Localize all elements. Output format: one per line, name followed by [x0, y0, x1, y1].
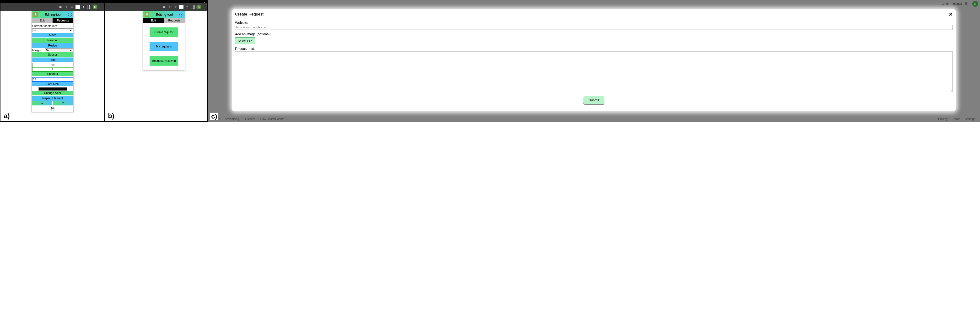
spacer-button[interactable]: Spacer — [32, 52, 73, 57]
resize-button[interactable]: Resize — [32, 43, 73, 48]
apps-grid-icon[interactable] — [965, 2, 969, 6]
figure-label-a: a) — [3, 112, 11, 120]
extension-logo: S — [33, 12, 38, 17]
extension-tabs: Edit Requests — [143, 18, 185, 23]
fontsize-input[interactable] — [32, 77, 73, 82]
figure-label-b: b) — [107, 112, 115, 120]
footer-settings[interactable]: Settings — [965, 117, 975, 121]
images-link[interactable]: Images — [953, 2, 962, 5]
puzzle-icon[interactable]: ✦ — [81, 5, 86, 9]
target-icon: ⦿ — [62, 102, 64, 105]
footer-privacy[interactable]: Privacy — [938, 117, 948, 121]
extension-title: Editing-tool — [152, 13, 177, 16]
chrome-top-strip: ⌄ — [105, 0, 207, 3]
margin-label: Margin: — [32, 49, 44, 52]
website-input[interactable] — [235, 25, 953, 30]
tab-edit[interactable]: Edit — [32, 18, 52, 23]
translate-icon[interactable]: ⇄ — [58, 5, 63, 9]
my-requests-button[interactable]: My requests — [150, 42, 178, 51]
profile-avatar[interactable]: S — [93, 5, 97, 9]
move-button[interactable]: Move — [32, 33, 73, 38]
shortcut-button[interactable]: Shortcut — [32, 71, 73, 76]
google-footer: About Advertising Business How Search wo… — [208, 117, 980, 121]
extension-header: S Editing-tool i — [143, 11, 185, 18]
create-request-button[interactable]: Create request — [150, 27, 178, 37]
website-label: Website: — [235, 21, 953, 25]
share-icon[interactable]: ⇪ — [168, 5, 172, 9]
page-viewport: S Editing-tool i Edit Requests Create re… — [105, 11, 207, 121]
tab-requests[interactable]: Requests — [164, 18, 185, 23]
translate-icon[interactable]: ⇄ — [162, 5, 166, 9]
reorder-button[interactable]: Reorder — [32, 38, 73, 43]
create-request-modal: Create Request ✕ Website: Add an image (… — [232, 9, 956, 111]
select-file-button[interactable]: Select File — [235, 38, 255, 44]
requests-received-button[interactable]: Requests received — [150, 56, 178, 66]
tab-requests[interactable]: Requests — [52, 18, 73, 23]
tab-edit[interactable]: Edit — [143, 18, 164, 23]
hide-button[interactable]: Hide — [32, 57, 73, 62]
footer-business[interactable]: Business — [244, 117, 256, 121]
extension-box-icon[interactable] — [75, 5, 80, 9]
request-text-label: Request text: — [235, 47, 953, 51]
footer-advertising[interactable]: Advertising — [225, 117, 239, 121]
current-adaptation-select[interactable]: --- — [32, 28, 73, 32]
sidepanel-icon[interactable] — [191, 5, 195, 9]
close-icon[interactable]: ✕ — [949, 11, 953, 17]
undo-button[interactable]: ↩ — [32, 101, 52, 106]
fontsize-button[interactable]: Font-Size — [32, 82, 73, 86]
extension-logo: S — [145, 12, 149, 17]
undo-icon: ↩ — [41, 102, 43, 105]
chevron-down-icon: ⌄ — [100, 0, 102, 3]
browser-toolbar: ⇄ ⇪ ☆ ✦ S ⋮ — [0, 3, 104, 11]
share-icon[interactable]: ⇪ — [64, 5, 68, 9]
sidepanel-icon[interactable] — [87, 5, 91, 9]
requests-body: Create request My requests Requests rece… — [143, 23, 185, 70]
target-button[interactable]: ⦿ — [53, 101, 73, 106]
chevron-down-icon: ⌄ — [204, 0, 206, 3]
puzzle-icon[interactable]: ✦ — [185, 5, 189, 9]
extension-title: Editing-tool — [40, 13, 66, 16]
chrome-top-strip: ⌄ — [0, 0, 104, 3]
margin-select[interactable]: Top — [45, 48, 73, 52]
footer-how-search-works[interactable]: How Search works — [260, 117, 284, 121]
info-icon[interactable]: i — [180, 13, 183, 16]
add-image-label: Add an image (optional): — [235, 32, 953, 36]
info-icon[interactable]: i — [68, 13, 72, 16]
extension-panel: S Editing-tool i Edit Requests Create re… — [143, 11, 185, 70]
submit-button[interactable]: Submit — [584, 97, 605, 104]
gmail-link[interactable]: Gmail — [942, 2, 949, 5]
text-input[interactable] — [32, 63, 73, 67]
figure-c: Gmail Images S Create Request ✕ Website:… — [208, 0, 980, 122]
profile-avatar[interactable]: S — [196, 5, 201, 9]
extension-body: Current Adaptation: --- Move Reorder Res… — [32, 23, 73, 112]
color-swatch[interactable] — [38, 87, 67, 91]
browser-toolbar: ⇄ ⇪ ☆ ✦ S ⋮ — [105, 3, 207, 11]
current-adaptation-label: Current Adaptation: — [32, 24, 57, 28]
modal-title: Create Request — [235, 12, 264, 17]
kebab-menu-icon[interactable]: ⋮ — [99, 5, 102, 9]
extension-header: S Editing-tool i — [32, 11, 73, 18]
star-icon[interactable]: ☆ — [70, 5, 74, 9]
page-viewport: S Editing-tool i Edit Requests Current A… — [0, 11, 104, 121]
extension-box-icon[interactable] — [179, 5, 183, 9]
footer-terms[interactable]: Terms — [952, 117, 960, 121]
google-topbar: Gmail Images S — [942, 1, 978, 7]
save-icon[interactable]: 💾 — [51, 107, 54, 111]
star-icon[interactable]: ☆ — [173, 5, 178, 9]
request-text-input[interactable] — [235, 52, 953, 92]
change-color-button[interactable]: Change color — [32, 91, 73, 95]
inspect-element-button[interactable]: Inspect Element — [32, 96, 73, 101]
extension-panel: S Editing-tool i Edit Requests Current A… — [32, 11, 73, 112]
url-input[interactable] — [32, 67, 73, 71]
kebab-menu-icon[interactable]: ⋮ — [203, 5, 206, 9]
figure-label-c: c) — [210, 112, 218, 120]
google-avatar[interactable]: S — [972, 1, 978, 7]
figure-a: ⌄ ⇄ ⇪ ☆ ✦ S ⋮ S Editing-tool i Edit Requ… — [0, 0, 104, 122]
extension-tabs: Edit Requests — [32, 18, 73, 23]
figure-b: ⌄ ⇄ ⇪ ☆ ✦ S ⋮ S Editing-tool i Edit Requ… — [104, 0, 208, 122]
